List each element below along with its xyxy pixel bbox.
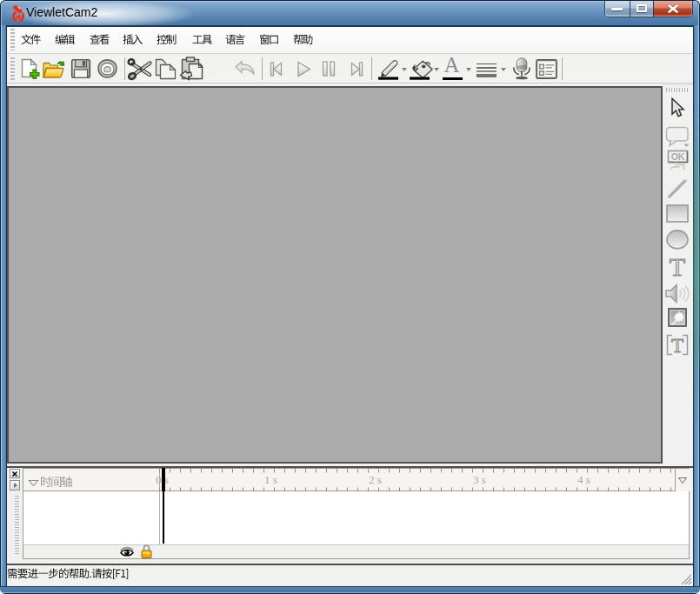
svg-text:OK: OK	[671, 151, 685, 162]
svg-text:T: T	[670, 252, 685, 281]
svg-text:T: T	[671, 335, 683, 357]
